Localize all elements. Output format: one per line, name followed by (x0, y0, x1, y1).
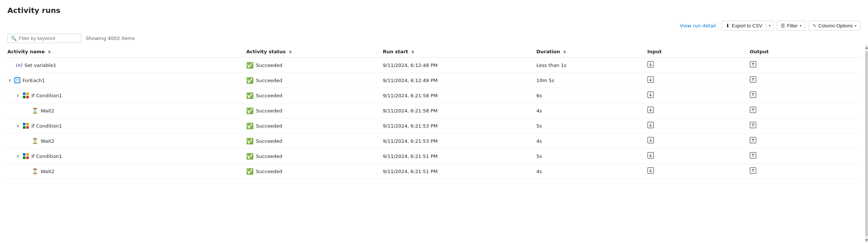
run-start-cell: 9/11/2024, 6:21:51 PM (383, 164, 536, 179)
activity-name-cell: ⏳ ⏳ Wait2 (7, 138, 243, 144)
status-cell: ✅ Succeeded (246, 92, 380, 99)
sort-icon-activity: ⇅ (48, 50, 51, 54)
export-icon: ⬇ (726, 23, 730, 28)
foreach-icon: ⟳ (14, 77, 20, 83)
status-success-icon: ✅ (246, 92, 254, 99)
status-text: Succeeded (256, 93, 282, 98)
status-success-icon: ✅ (246, 168, 254, 175)
output-icon[interactable] (750, 123, 756, 130)
activity-name-cell: ∨ If Condition1 (7, 92, 243, 99)
activity-name-cell: (x) Set variable1 (7, 62, 243, 68)
export-chevron-button[interactable]: ▾ (766, 22, 773, 30)
status-text: Succeeded (256, 153, 282, 159)
status-cell: ✅ Succeeded (246, 62, 380, 69)
output-icon[interactable] (750, 92, 756, 99)
page-title: Activity runs (0, 6, 868, 19)
input-icon[interactable] (647, 62, 654, 69)
duration-cell: 10m 5s (536, 73, 647, 88)
activity-name-cell: ⏳ ⏳ Wait2 (7, 168, 243, 175)
duration-cell: 6s (536, 88, 647, 103)
input-icon[interactable] (647, 92, 654, 99)
activity-name-text: If Condition1 (31, 123, 62, 129)
col-header-activity-status[interactable]: Activity status ⇅ (246, 46, 383, 58)
table-header: Activity name ⇅ Activity status ⇅ Run st… (7, 46, 861, 58)
col-header-run-start[interactable]: Run start ⇅ (383, 46, 536, 58)
duration-cell: 4s (536, 103, 647, 118)
col-header-input: Input (647, 46, 750, 58)
status-text: Succeeded (256, 63, 282, 68)
run-start-cell: 9/11/2024, 6:21:58 PM (383, 103, 536, 118)
input-icon[interactable] (647, 138, 654, 145)
input-icon[interactable] (647, 108, 654, 115)
status-success-icon: ✅ (246, 138, 254, 145)
input-icon[interactable] (647, 123, 654, 130)
output-icon[interactable] (750, 168, 756, 175)
toolbar-row: View run detail ⬇ Export to CSV ▾ ☰ Filt… (0, 19, 868, 34)
column-options-icon: ✎ (813, 23, 817, 28)
output-icon[interactable] (750, 138, 756, 145)
table-container: Activity name ⇅ Activity status ⇅ Run st… (0, 46, 868, 243)
wait-icon: ⏳ ⏳ (32, 168, 38, 175)
scrollbar-down-button[interactable]: ▼ (865, 237, 868, 243)
run-start-cell: 9/11/2024, 6:21:58 PM (383, 88, 536, 103)
scrollbar-track: ▲ ▼ (865, 44, 868, 243)
svg-rect-4 (23, 92, 26, 95)
svg-text:⏳: ⏳ (32, 108, 38, 114)
status-cell: ✅ Succeeded (246, 138, 380, 145)
expand-collapse-button[interactable]: ∨ (7, 78, 12, 82)
table-row: ∨ ⟳ ForEach1 ✅ Succeeded 9/11/2024, 6:12… (7, 73, 861, 88)
expand-collapse-button[interactable]: ∨ (16, 93, 20, 98)
svg-rect-25 (26, 153, 29, 156)
activity-name-cell: ⏳ ⏳ Wait2 (7, 107, 243, 114)
duration-cell: 4s (536, 134, 647, 149)
export-group: ⬇ Export to CSV ▾ (722, 21, 773, 31)
col-header-activity-name[interactable]: Activity name ⇅ (7, 46, 246, 58)
output-icon[interactable] (750, 77, 756, 84)
status-success-icon: ✅ (246, 107, 254, 114)
wait-icon: ⏳ ⏳ (32, 107, 38, 114)
output-icon[interactable] (750, 153, 756, 160)
scrollbar-up-button[interactable]: ▲ (865, 44, 868, 50)
filter-row: 🔍 Showing 4002 items (0, 34, 868, 46)
svg-rect-14 (23, 123, 26, 125)
activity-name-text: ForEach1 (23, 78, 45, 83)
expand-collapse-button[interactable]: ∨ (16, 124, 20, 128)
run-start-cell: 9/11/2024, 6:21:51 PM (383, 149, 536, 164)
duration-cell: Less than 1s (536, 58, 647, 73)
expand-collapse-button[interactable]: ∨ (16, 154, 20, 158)
status-cell: ✅ Succeeded (246, 122, 380, 129)
input-icon[interactable] (647, 77, 654, 84)
activity-name-text: Set variable1 (24, 63, 56, 68)
export-csv-button[interactable]: ⬇ Export to CSV (722, 21, 766, 30)
table-body: (x) Set variable1 ✅ Succeeded 9/11/2024,… (7, 58, 861, 179)
output-icon[interactable] (750, 108, 756, 115)
activity-name-cell: ∨ ⟳ ForEach1 (7, 77, 243, 83)
export-label: Export to CSV (732, 23, 762, 28)
search-input[interactable] (19, 36, 78, 41)
table-row: ∨ If Condition1 ✅ Succeeded 9/11/2024, 6… (7, 149, 861, 164)
svg-text:⏳: ⏳ (32, 168, 38, 175)
activity-name-cell: ∨ If Condition1 (7, 153, 243, 159)
svg-rect-26 (23, 156, 26, 159)
svg-rect-24 (23, 153, 26, 156)
activity-name-text: If Condition1 (31, 93, 62, 98)
status-text: Succeeded (256, 169, 282, 174)
ifcondition-icon (23, 122, 29, 129)
activity-runs-table: Activity name ⇅ Activity status ⇅ Run st… (7, 46, 861, 179)
view-run-detail-link[interactable]: View run detail (680, 23, 716, 28)
column-options-label: Column Options (818, 23, 853, 28)
variable-icon: (x) (16, 62, 22, 68)
search-box: 🔍 (7, 34, 81, 43)
activity-name-text: If Condition1 (31, 153, 62, 159)
svg-rect-16 (23, 126, 26, 129)
status-success-icon: ✅ (246, 153, 254, 160)
wait-icon: ⏳ ⏳ (32, 138, 38, 144)
scrollbar-thumb[interactable] (865, 51, 868, 236)
output-icon[interactable] (750, 62, 756, 69)
filter-button[interactable]: ☰ Filter ▾ (777, 21, 806, 31)
col-header-duration[interactable]: Duration ⇅ (536, 46, 647, 58)
column-options-button[interactable]: ✎ Column Options ▾ (808, 21, 861, 31)
input-icon[interactable] (647, 153, 654, 160)
input-icon[interactable] (647, 168, 654, 175)
table-row: ∨ If Condition1 ✅ Succeeded 9/11/2024, 6… (7, 118, 861, 134)
